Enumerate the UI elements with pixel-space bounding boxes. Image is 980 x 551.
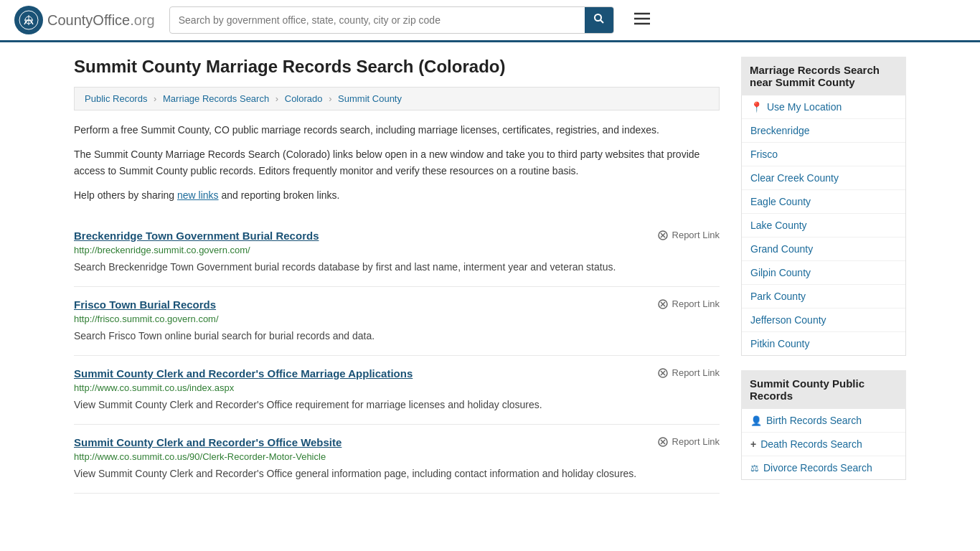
search-bar: [169, 6, 614, 34]
sidebar-item-eagle-county[interactable]: Eagle County: [742, 190, 905, 214]
result-title[interactable]: Summit County Clerk and Recorder's Offic…: [74, 436, 341, 448]
sidebar-item-lake-county[interactable]: Lake County: [742, 214, 905, 237]
content-area: Summit County Marriage Records Search (C…: [74, 57, 720, 494]
result-desc: View Summit County Clerk and Recorder's …: [74, 397, 720, 413]
divorce-icon: ⚖: [750, 463, 759, 474]
result-title[interactable]: Summit County Clerk and Recorder's Offic…: [74, 367, 413, 380]
breadcrumb: Public Records › Marriage Records Search…: [74, 87, 720, 110]
result-url[interactable]: http://www.co.summit.co.us/index.aspx: [74, 382, 720, 393]
help-text: Help others by sharing new links and rep…: [74, 187, 720, 203]
sidebar-item-birth-records[interactable]: 👤 Birth Records Search: [742, 409, 905, 433]
result-title[interactable]: Breckenridge Town Government Burial Reco…: [74, 230, 319, 242]
death-icon: +: [750, 438, 756, 450]
result-title[interactable]: Frisco Town Burial Records: [74, 298, 216, 311]
sidebar-item-gilpin-county[interactable]: Gilpin County: [742, 261, 905, 285]
report-link-button[interactable]: Report Link: [657, 230, 720, 241]
jefferson-county-link[interactable]: Jefferson County: [750, 314, 897, 326]
gilpin-county-link[interactable]: Gilpin County: [750, 267, 897, 278]
eagle-county-link[interactable]: Eagle County: [750, 196, 897, 207]
result-url[interactable]: http://www.co.summit.co.us/90/Clerk-Reco…: [74, 451, 720, 462]
svg-point-4: [595, 14, 601, 21]
birth-icon: 👤: [750, 415, 762, 426]
divorce-records-link[interactable]: ⚖ Divorce Records Search: [750, 462, 897, 474]
grand-county-link[interactable]: Grand County: [750, 243, 897, 255]
result-url[interactable]: http://frisco.summit.co.govern.com/: [74, 314, 720, 324]
result-item: Summit County Clerk and Recorder's Offic…: [74, 356, 720, 425]
sidebar-item-breckenridge[interactable]: Breckenridge: [742, 119, 905, 143]
description-2: The Summit County Marriage Records Searc…: [74, 146, 720, 179]
clear-creek-county-link[interactable]: Clear Creek County: [750, 172, 897, 184]
sidebar-item-use-my-location[interactable]: 📍 Use My Location: [742, 95, 905, 119]
sidebar-public-records-section: Summit County Public Records 👤 Birth Rec…: [741, 370, 906, 480]
logo-icon: [14, 6, 43, 34]
sidebar-item-frisco[interactable]: Frisco: [742, 143, 905, 166]
breadcrumb-marriage-records[interactable]: Marriage Records Search: [163, 93, 269, 104]
report-link-button[interactable]: Report Link: [657, 367, 720, 379]
report-link-button[interactable]: Report Link: [657, 298, 720, 310]
sidebar-nearby-section: Marriage Records Search near Summit Coun…: [741, 57, 906, 356]
sidebar-item-jefferson-county[interactable]: Jefferson County: [742, 309, 905, 332]
birth-records-link[interactable]: 👤 Birth Records Search: [750, 415, 897, 426]
use-my-location-link[interactable]: 📍 Use My Location: [750, 101, 897, 113]
breadcrumb-public-records[interactable]: Public Records: [85, 93, 147, 104]
result-desc: Search Breckenridge Town Government buri…: [74, 260, 720, 275]
report-link-button[interactable]: Report Link: [657, 436, 720, 448]
logo[interactable]: CountyOffice.org: [14, 6, 155, 34]
pitkin-county-link[interactable]: Pitkin County: [750, 338, 897, 349]
svg-line-5: [600, 20, 603, 23]
result-item: Breckenridge Town Government Burial Reco…: [74, 218, 720, 287]
sidebar-item-pitkin-county[interactable]: Pitkin County: [742, 332, 905, 355]
park-county-link[interactable]: Park County: [750, 291, 897, 302]
logo-text: CountyOffice.org: [47, 12, 155, 29]
menu-button[interactable]: [628, 8, 656, 32]
result-item: Summit County Clerk and Recorder's Offic…: [74, 425, 720, 494]
death-records-link[interactable]: + Death Records Search: [750, 438, 897, 450]
sidebar-nearby-title: Marriage Records Search near Summit Coun…: [741, 57, 906, 95]
lake-county-link[interactable]: Lake County: [750, 220, 897, 231]
sidebar: Marriage Records Search near Summit Coun…: [741, 57, 906, 494]
result-item: Frisco Town Burial Records Report Link h…: [74, 287, 720, 356]
breadcrumb-summit-county[interactable]: Summit County: [338, 93, 402, 104]
description-1: Perform a free Summit County, CO public …: [74, 122, 720, 138]
result-url[interactable]: http://breckenridge.summit.co.govern.com…: [74, 245, 720, 255]
breckenridge-link[interactable]: Breckenridge: [750, 125, 897, 136]
result-desc: Search Frisco Town online burial search …: [74, 329, 720, 344]
sidebar-item-death-records[interactable]: + Death Records Search: [742, 433, 905, 456]
sidebar-public-records-list: 👤 Birth Records Search + Death Records S…: [741, 409, 906, 480]
sidebar-item-clear-creek-county[interactable]: Clear Creek County: [742, 166, 905, 190]
breadcrumb-colorado[interactable]: Colorado: [285, 93, 323, 104]
search-input[interactable]: [170, 9, 585, 32]
page-title: Summit County Marriage Records Search (C…: [74, 57, 720, 77]
result-desc: View Summit County Clerk and Recorder's …: [74, 466, 720, 481]
new-links-link[interactable]: new links: [177, 189, 219, 201]
frisco-link[interactable]: Frisco: [750, 149, 897, 160]
sidebar-item-park-county[interactable]: Park County: [742, 285, 905, 309]
sidebar-nearby-list: 📍 Use My Location Breckenridge Frisco Cl…: [741, 95, 906, 356]
results-list: Breckenridge Town Government Burial Reco…: [74, 218, 720, 494]
sidebar-item-grand-county[interactable]: Grand County: [742, 237, 905, 261]
sidebar-public-records-title: Summit County Public Records: [741, 370, 906, 409]
location-pin-icon: 📍: [750, 101, 763, 113]
search-button[interactable]: [585, 7, 613, 33]
sidebar-item-divorce-records[interactable]: ⚖ Divorce Records Search: [742, 456, 905, 479]
